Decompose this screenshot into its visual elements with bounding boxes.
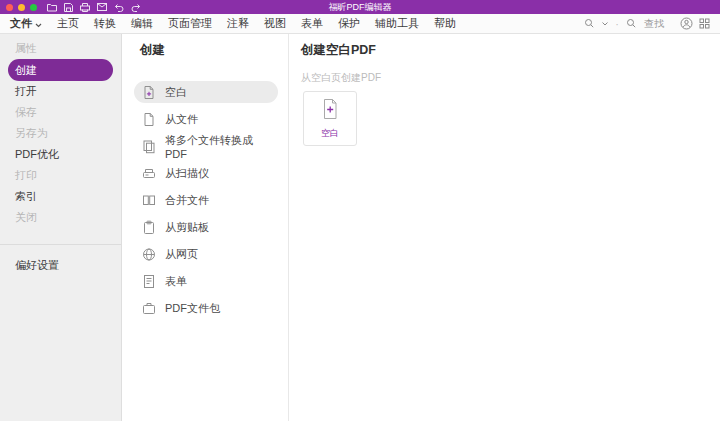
sidebar-item-index[interactable]: 索引 bbox=[0, 186, 121, 207]
chevron-down-icon bbox=[35, 18, 42, 30]
menu-item-form[interactable]: 表单 bbox=[301, 16, 323, 31]
undo-icon[interactable] bbox=[114, 3, 124, 12]
close-window-button[interactable] bbox=[6, 4, 13, 11]
zoom-select-icon[interactable] bbox=[584, 18, 596, 29]
content-area: 属性 创建 打开 保存 另存为 PDF优化 打印 索引 关闭 偏好设置 创建 空… bbox=[0, 34, 720, 421]
menubar: 文件 主页 转换 编辑 页面管理 注释 视图 表单 保护 辅助工具 帮助 · 查… bbox=[0, 14, 720, 34]
create-item-label: 从文件 bbox=[165, 112, 198, 127]
clipboard-icon bbox=[142, 220, 156, 235]
menu-item-edit[interactable]: 编辑 bbox=[131, 16, 153, 31]
create-detail-panel: 创建空白PDF 从空白页创建PDF 空白 bbox=[289, 34, 720, 421]
sidebar-divider bbox=[0, 244, 121, 245]
create-item-pdf-portfolio[interactable]: PDF文件包 bbox=[134, 297, 278, 319]
create-item-label: PDF文件包 bbox=[165, 301, 220, 316]
zoom-select-chevron-icon[interactable] bbox=[602, 22, 608, 26]
sidebar-item-print: 打印 bbox=[0, 165, 121, 186]
menu-items: 文件 主页 转换 编辑 页面管理 注释 视图 表单 保护 辅助工具 帮助 bbox=[10, 16, 456, 31]
titlebar-quick-icons bbox=[47, 3, 141, 12]
sidebar-item-save: 保存 bbox=[0, 102, 121, 123]
file-menu-sidebar: 属性 创建 打开 保存 另存为 PDF优化 打印 索引 关闭 偏好设置 bbox=[0, 34, 122, 421]
combine-files-icon bbox=[142, 193, 156, 208]
create-item-multiple-files[interactable]: 将多个文件转换成PDF bbox=[134, 135, 278, 157]
create-item-from-clipboard[interactable]: 从剪贴板 bbox=[134, 216, 278, 238]
create-panel-title: 创建 bbox=[140, 42, 288, 59]
sidebar-item-pdf-optimize[interactable]: PDF优化 bbox=[0, 144, 121, 165]
menu-item-convert[interactable]: 转换 bbox=[94, 16, 116, 31]
blank-document-icon bbox=[142, 85, 156, 100]
sidebar-item-properties: 属性 bbox=[0, 38, 121, 59]
create-item-from-scanner[interactable]: 从扫描仪 bbox=[134, 162, 278, 184]
create-item-from-web[interactable]: 从网页 bbox=[134, 243, 278, 265]
multiple-files-icon bbox=[142, 139, 156, 154]
detail-panel-title: 创建空白PDF bbox=[301, 42, 720, 59]
create-item-form[interactable]: 表单 bbox=[134, 270, 278, 292]
menubar-right-tools: · 查找 bbox=[584, 17, 710, 31]
zoom-window-button[interactable] bbox=[30, 4, 37, 11]
sidebar-item-save-as: 另存为 bbox=[0, 123, 121, 144]
create-item-combine-files[interactable]: 合并文件 bbox=[134, 189, 278, 211]
create-item-label: 空白 bbox=[165, 85, 187, 100]
menu-item-view[interactable]: 视图 bbox=[264, 16, 286, 31]
form-icon bbox=[142, 274, 156, 289]
menu-item-file-label: 文件 bbox=[10, 16, 32, 31]
globe-icon bbox=[142, 247, 156, 262]
redo-icon[interactable] bbox=[131, 3, 141, 12]
save-icon[interactable] bbox=[64, 3, 73, 12]
sidebar-item-create[interactable]: 创建 bbox=[8, 59, 113, 81]
sidebar-item-close: 关闭 bbox=[0, 207, 121, 228]
menu-item-protect[interactable]: 保护 bbox=[338, 16, 360, 31]
create-item-label: 表单 bbox=[165, 274, 187, 289]
menu-item-organize[interactable]: 页面管理 bbox=[168, 16, 212, 31]
print-icon[interactable] bbox=[80, 3, 90, 12]
menu-item-comment[interactable]: 注释 bbox=[227, 16, 249, 31]
create-item-label: 将多个文件转换成PDF bbox=[165, 133, 270, 160]
create-options-panel: 创建 空白 从文件 将多个文件转换成PDF 从扫描仪 合并文件 bbox=[122, 34, 289, 421]
create-item-label: 从扫描仪 bbox=[165, 166, 209, 181]
account-icon[interactable] bbox=[680, 17, 693, 30]
menu-item-file[interactable]: 文件 bbox=[10, 16, 42, 31]
open-icon[interactable] bbox=[47, 3, 57, 12]
menu-right-separator: · bbox=[615, 18, 619, 30]
apps-icon[interactable] bbox=[699, 18, 710, 29]
create-item-label: 从网页 bbox=[165, 247, 198, 262]
find-label[interactable]: 查找 bbox=[644, 17, 664, 31]
portfolio-icon bbox=[142, 301, 156, 316]
file-icon bbox=[142, 112, 156, 127]
mail-icon[interactable] bbox=[97, 3, 107, 11]
titlebar: 福昕PDF编辑器 bbox=[0, 0, 720, 14]
new-document-icon bbox=[321, 98, 339, 124]
blank-pdf-card[interactable]: 空白 bbox=[303, 91, 357, 146]
sidebar-item-open[interactable]: 打开 bbox=[0, 81, 121, 102]
window-controls bbox=[6, 4, 37, 11]
menu-item-home[interactable]: 主页 bbox=[57, 16, 79, 31]
app-window: 福昕PDF编辑器 文件 主页 转换 编辑 页面管理 注释 视图 表单 保护 辅助… bbox=[0, 0, 720, 421]
create-item-from-file[interactable]: 从文件 bbox=[134, 108, 278, 130]
create-item-blank[interactable]: 空白 bbox=[134, 81, 278, 103]
scanner-icon bbox=[142, 166, 156, 181]
create-item-label: 合并文件 bbox=[165, 193, 209, 208]
create-item-label: 从剪贴板 bbox=[165, 220, 209, 235]
sidebar-item-preferences[interactable]: 偏好设置 bbox=[0, 255, 121, 276]
blank-card-label: 空白 bbox=[321, 127, 339, 140]
search-icon[interactable] bbox=[626, 18, 638, 29]
menu-item-help[interactable]: 帮助 bbox=[434, 16, 456, 31]
minimize-window-button[interactable] bbox=[18, 4, 25, 11]
detail-panel-subtitle: 从空白页创建PDF bbox=[301, 71, 720, 85]
menu-item-accessibility[interactable]: 辅助工具 bbox=[375, 16, 419, 31]
